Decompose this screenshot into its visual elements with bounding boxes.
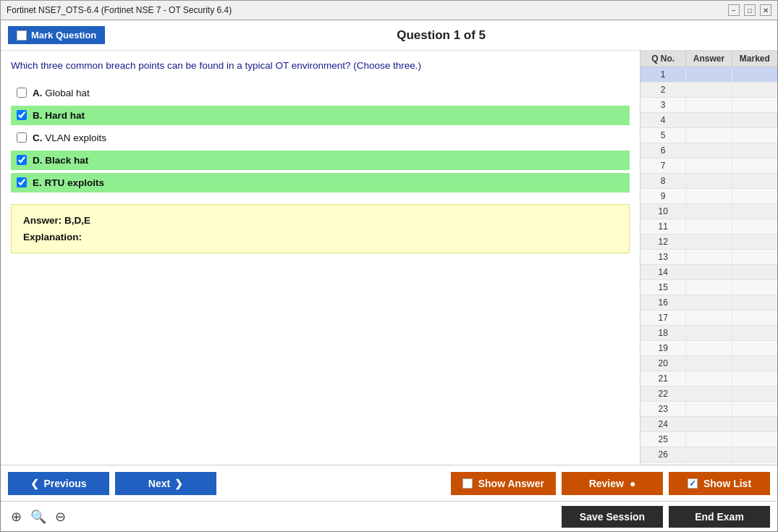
sidebar-cell-qno: 19: [640, 341, 686, 355]
sidebar-cell-marked: [732, 341, 777, 355]
maximize-button[interactable]: □: [744, 4, 756, 16]
sidebar-cell-qno: 10: [640, 204, 686, 219]
title-bar: Fortinet NSE7_OTS-6.4 (Fortinet NSE 7 - …: [0, 0, 778, 20]
window-controls: − □ ✕: [728, 4, 771, 16]
show-answer-label: Show Answer: [478, 478, 544, 489]
sidebar-row[interactable]: 19: [640, 341, 777, 356]
show-answer-button[interactable]: Show Answer: [451, 472, 556, 495]
review-button[interactable]: Review ●: [562, 472, 663, 495]
sidebar-row[interactable]: 7: [640, 159, 777, 174]
minimize-button[interactable]: −: [728, 4, 740, 16]
sidebar-cell-qno: 6: [640, 143, 686, 158]
sidebar-row[interactable]: 8: [640, 174, 777, 189]
option-c[interactable]: C. VLAN exploits: [11, 128, 630, 148]
sidebar-cell-qno: 15: [640, 280, 686, 295]
next-label: Next: [148, 478, 170, 489]
mark-question-button[interactable]: Mark Question: [8, 26, 105, 44]
sidebar-row[interactable]: 26: [640, 447, 777, 463]
sidebar-header: Q No. Answer Marked: [640, 51, 777, 67]
sidebar-row[interactable]: 25: [640, 432, 777, 447]
sidebar-row[interactable]: 1: [640, 67, 777, 83]
sidebar-row[interactable]: 13: [640, 250, 777, 265]
sidebar-row[interactable]: 3: [640, 98, 777, 113]
end-exam-button[interactable]: End Exam: [669, 506, 770, 528]
next-button[interactable]: Next ❯: [115, 472, 216, 495]
option-b[interactable]: B. Hard hat: [11, 106, 630, 125]
sidebar-header-qno: Q No.: [640, 51, 686, 67]
session-end-controls: Save Session End Exam: [562, 506, 770, 528]
sidebar-row[interactable]: 20: [640, 356, 777, 371]
sidebar-cell-qno: 1: [640, 67, 686, 82]
sidebar-row[interactable]: 18: [640, 326, 777, 341]
option-e[interactable]: E. RTU exploits: [11, 173, 630, 193]
sidebar-row[interactable]: 6: [640, 143, 777, 159]
sidebar-row[interactable]: 15: [640, 280, 777, 295]
option-a[interactable]: A. Global hat: [11, 83, 630, 103]
mark-question-label: Mark Question: [31, 30, 96, 41]
sidebar-row[interactable]: 14: [640, 265, 777, 280]
sidebar-cell-answer: [686, 311, 732, 325]
sidebar-cell-answer: [686, 219, 732, 234]
sidebar-row[interactable]: 16: [640, 295, 777, 311]
sidebar-row[interactable]: 21: [640, 371, 777, 387]
sidebar-cell-qno: 22: [640, 387, 686, 401]
sidebar-cell-qno: 3: [640, 98, 686, 112]
sidebar-cell-answer: [686, 295, 732, 310]
sidebar-cell-marked: [732, 447, 777, 462]
previous-button[interactable]: ❮ Previous: [8, 472, 109, 495]
zoom-reset-button[interactable]: 🔍: [28, 507, 49, 526]
question-title: Question 1 of 5: [112, 28, 770, 43]
sidebar-row[interactable]: 24: [640, 417, 777, 432]
sidebar-cell-answer: [686, 280, 732, 295]
sidebar-row[interactable]: 10: [640, 204, 777, 219]
bottom-bar2: ⊕ 🔍 ⊖ Save Session End Exam: [1, 501, 777, 531]
sidebar-cell-qno: 12: [640, 235, 686, 249]
sidebar-cell-answer: [686, 159, 732, 173]
option-a-label: A. Global hat: [33, 88, 90, 98]
bottom-nav-bar: ❮ Previous Next ❯ Show Answer Review ● ✓…: [1, 465, 777, 501]
sidebar-cell-qno: 23: [640, 402, 686, 416]
option-d-checkbox[interactable]: [17, 155, 27, 165]
sidebar-cell-marked: [732, 356, 777, 371]
sidebar-row[interactable]: 23: [640, 402, 777, 417]
zoom-in-button[interactable]: ⊕: [8, 507, 25, 526]
sidebar-row[interactable]: 12: [640, 235, 777, 250]
zoom-controls: ⊕ 🔍 ⊖: [8, 507, 69, 526]
sidebar-cell-marked: [732, 295, 777, 310]
review-dot-icon: ●: [630, 478, 635, 489]
option-b-label: B. Hard hat: [33, 110, 85, 121]
sidebar-cell-qno: 8: [640, 174, 686, 188]
option-c-checkbox[interactable]: [17, 132, 27, 143]
review-label: Review: [589, 478, 624, 489]
sidebar-cell-qno: 9: [640, 189, 686, 203]
sidebar-cell-answer: [686, 83, 732, 97]
option-b-checkbox[interactable]: [17, 110, 27, 120]
show-list-button[interactable]: ✓ Show List: [669, 472, 770, 495]
sidebar-cell-answer: [686, 265, 732, 279]
question-panel: Which three common breach points can be …: [1, 51, 640, 465]
right-sidebar: Q No. Answer Marked 1 2 3 4 5 6 7 8: [640, 51, 777, 465]
sidebar-cell-answer: [686, 402, 732, 416]
sidebar-cell-marked: [732, 326, 777, 340]
option-d-label: D. Black hat: [33, 155, 88, 166]
show-list-checkbox-icon: ✓: [688, 478, 698, 489]
save-session-button[interactable]: Save Session: [562, 506, 663, 528]
sidebar-cell-marked: [732, 235, 777, 249]
option-e-checkbox[interactable]: [17, 177, 27, 187]
sidebar-row[interactable]: 5: [640, 128, 777, 143]
toolbar: Mark Question Question 1 of 5: [1, 20, 777, 51]
option-d[interactable]: D. Black hat: [11, 151, 630, 170]
sidebar-row[interactable]: 9: [640, 189, 777, 204]
sidebar-row[interactable]: 2: [640, 83, 777, 98]
sidebar-row[interactable]: 22: [640, 387, 777, 402]
sidebar-cell-qno: 13: [640, 250, 686, 264]
show-list-label: Show List: [703, 478, 751, 489]
sidebar-row[interactable]: 11: [640, 219, 777, 235]
option-a-checkbox[interactable]: [17, 88, 27, 98]
sidebar-row[interactable]: 4: [640, 113, 777, 128]
app-title: Fortinet NSE7_OTS-6.4 (Fortinet NSE 7 - …: [7, 5, 232, 15]
sidebar-cell-qno: 5: [640, 128, 686, 143]
close-button[interactable]: ✕: [760, 4, 771, 16]
sidebar-row[interactable]: 17: [640, 311, 777, 326]
zoom-out-button[interactable]: ⊖: [52, 507, 69, 526]
